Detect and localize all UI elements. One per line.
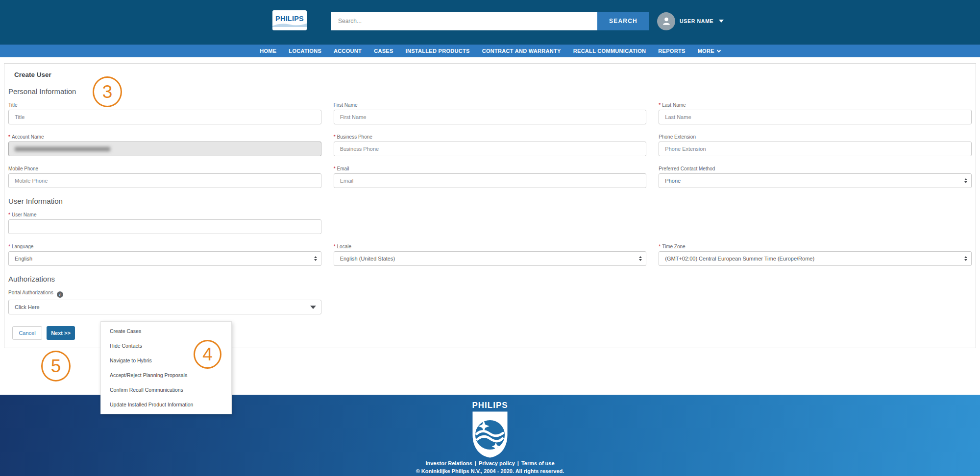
field-label: *Account Name [8,134,321,140]
locale-select[interactable]: English (United States) [334,251,647,266]
select-value: Click Here [15,304,40,310]
chevron-down-icon [719,20,724,23]
select-value: Phone [665,178,681,184]
nav-label: MORE [698,48,714,54]
required-marker: * [334,134,336,140]
label-text: Locale [337,244,351,249]
portal-authorizations-select[interactable]: Click Here [8,300,321,314]
first-name-input[interactable] [334,110,647,124]
top-header: PHILIPS SEARCH USER NAME [0,0,980,44]
search-input[interactable] [331,12,597,30]
chevron-down-icon [717,48,721,52]
field-locale: *Locale English (United States) [334,244,647,266]
field-title: Title [8,102,321,124]
footer-link-terms-of-use[interactable]: Terms of use [521,460,555,466]
field-label: *Email [334,166,647,171]
menu-item-update-installed-product-information[interactable]: Update Installed Product Information [101,397,231,412]
nav-item-cases[interactable]: CASES [374,48,393,54]
footer-link-separator: | [517,460,519,466]
label-text: Mobile Phone [8,166,38,171]
footer-philips-wordmark: PHILIPS [472,401,508,410]
select-spinner-icon [314,256,317,261]
authorizations-grid: Portal Authorizationsi Click Here [8,290,972,314]
nav-label: REPORTS [658,48,685,54]
caret-down-icon [310,306,316,309]
required-marker: * [8,244,10,249]
last-name-input[interactable] [659,110,972,124]
nav-item-locations[interactable]: LOCATIONS [289,48,321,54]
footer-link-privacy-policy[interactable]: Privacy policy [479,460,515,466]
nav-label: RECALL COMMUNICATION [573,48,646,54]
search-button[interactable]: SEARCH [597,12,649,30]
select-value: English [15,256,32,262]
field-label: Phone Extension [659,134,972,140]
account-name-input-disabled [8,142,321,156]
mobile-phone-input[interactable] [8,173,321,188]
field-preferred-contact-method: Preferred Contact Method Phone [659,166,972,188]
footer-copyright: © Koninklijke Philips N.V., 2004 - 2020.… [0,468,980,474]
menu-item-accept-reject-planning-proposals[interactable]: Accept/Reject Planning Proposals [101,368,231,382]
nav-label: INSTALLED PRODUCTS [406,48,470,54]
required-marker: * [659,102,661,108]
title-input[interactable] [8,110,321,124]
user-menu[interactable]: USER NAME [657,12,724,30]
language-select[interactable]: English [8,251,321,266]
footer-logo: PHILIPS [470,401,510,458]
redacted-text [15,147,110,151]
menu-item-create-cases[interactable]: Create Cases [101,324,231,338]
email-input[interactable] [334,173,647,188]
create-user-card: Create User Personal Information Title F… [4,63,976,348]
nav-item-recall-communication[interactable]: RECALL COMMUNICATION [573,48,646,54]
required-marker: * [659,244,661,249]
nav-item-installed-products[interactable]: INSTALLED PRODUCTS [406,48,470,54]
personal-information-grid: Title First Name *Last Name *Account Nam… [8,102,972,188]
next-button[interactable]: Next >> [47,326,75,340]
select-value: English (United States) [340,256,395,262]
field-portal-authorizations: Portal Authorizationsi Click Here [8,290,321,314]
time-zone-select[interactable]: (GMT+02:00) Central European Summer Time… [659,251,972,266]
field-label: *User Name [8,212,321,217]
grid-spacer [659,212,972,234]
field-phone-extension: Phone Extension [659,134,972,156]
philips-logo-text: PHILIPS [275,15,304,23]
select-spinner-icon [639,256,642,261]
field-language: *Language English [8,244,321,266]
label-text: Time Zone [662,244,685,249]
label-text: Email [337,166,349,171]
field-label: Mobile Phone [8,166,321,171]
field-label: Preferred Contact Method [659,166,972,171]
required-marker: * [8,212,10,217]
philips-logo[interactable]: PHILIPS [272,10,307,30]
cancel-button[interactable]: Cancel [12,326,42,340]
select-spinner-icon [964,256,967,261]
avatar [657,12,675,30]
required-marker: * [334,244,336,249]
user-name-label: USER NAME [680,18,713,24]
grid-spacer [334,212,647,234]
field-label: Title [8,102,321,108]
main-nav: HOME LOCATIONS ACCOUNT CASES INSTALLED P… [0,44,980,57]
user-information-grid: *User Name *Language English *Locale Eng… [8,212,972,266]
nav-item-account[interactable]: ACCOUNT [334,48,362,54]
footer-link-investor-relations[interactable]: Investor Relations [425,460,472,466]
menu-item-confirm-recall-communications[interactable]: Confirm Recall Communications [101,382,231,397]
nav-item-more[interactable]: MORE [698,48,720,54]
business-phone-input[interactable] [334,142,647,156]
section-title-personal-information: Personal Information [8,87,972,95]
annotation-step-4: 4 [194,340,221,369]
nav-item-home[interactable]: HOME [260,48,276,54]
field-first-name: First Name [334,102,647,124]
label-text: User Name [12,212,37,217]
label-text: Phone Extension [659,134,696,140]
nav-item-contract-and-warranty[interactable]: CONTRACT AND WARRANTY [482,48,561,54]
preferred-contact-method-select[interactable]: Phone [659,173,972,188]
label-text: First Name [334,102,358,108]
nav-item-reports[interactable]: REPORTS [658,48,685,54]
phone-extension-input[interactable] [659,142,972,156]
info-icon[interactable]: i [57,291,63,298]
field-label: First Name [334,102,647,108]
label-text: Portal Authorizations [8,290,53,295]
label-text: Preferred Contact Method [659,166,715,171]
field-mobile-phone: Mobile Phone [8,166,321,188]
user-name-input[interactable] [8,219,321,234]
